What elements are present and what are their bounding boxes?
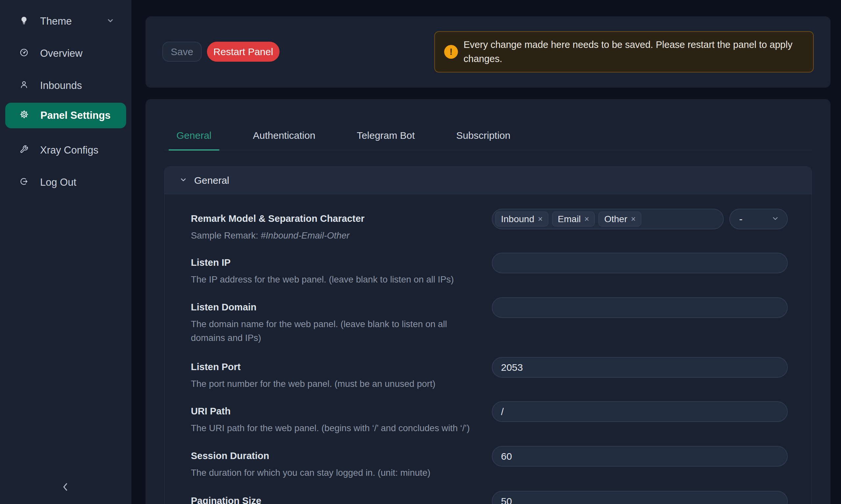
field-description: The IP address for the web panel. (leave… [191,273,482,286]
sidebar-item-label: Overview [40,48,83,59]
field-control [492,297,788,345]
session-duration-input[interactable] [492,446,788,467]
field-label-block: Listen IP The IP address for the web pan… [191,253,492,286]
field-label: Pagination Size [191,496,482,504]
person-icon [20,80,28,92]
uri-path-input[interactable] [492,401,788,422]
pagination-size-input[interactable] [492,491,788,504]
tab-label: Subscription [456,130,511,141]
form-row-listen-ip: Listen IP The IP address for the web pan… [191,253,788,286]
remark-controls: Inbound × Email × Other × [492,209,788,242]
general-collapse-panel: General Remark Model & Separation Charac… [164,166,812,504]
sidebar: Theme Overview Inbounds [0,0,132,504]
field-description: The port number for the web panel. (must… [191,377,482,391]
field-description: The duration for which you can stay logg… [191,466,482,480]
field-label: Listen Domain [191,302,482,313]
warning-alert-text: Every change made here needs to be saved… [464,38,799,66]
tag-email: Email × [552,212,595,227]
tag-label: Email [558,214,581,224]
sidebar-item-label: Inbounds [40,80,82,92]
listen-ip-input[interactable] [492,253,788,273]
sidebar-item-label: Xray Configs [40,144,98,156]
tab-label: Telegram Bot [357,130,415,141]
sample-remark-value: #Inbound-Email-Other [260,230,349,240]
separator-select-value: - [739,213,742,225]
tab-label: Authentication [253,130,315,141]
section-title: General [194,175,229,186]
field-description: Sample Remark: #Inbound-Email-Other [191,229,482,242]
general-collapse-header[interactable]: General [165,167,811,194]
field-label-block: URI Path The URI path for the web panel.… [191,401,492,435]
field-label-block: Listen Port The port number for the web … [191,357,492,391]
listen-port-input[interactable] [492,357,788,378]
sidebar-item-xray-configs[interactable]: Xray Configs [0,141,132,160]
field-control [492,446,788,480]
field-label-block: Session Duration The duration for which … [191,446,492,480]
settings-card: General Authentication Telegram Bot Subs… [145,99,830,504]
form-row-listen-domain: Listen Domain The domain name for the we… [191,297,788,345]
chevron-down-icon [771,213,779,225]
field-label: URI Path [191,406,482,417]
tab-general[interactable]: General [169,121,220,150]
sidebar-item-theme[interactable]: Theme [0,12,132,31]
lightbulb-icon [20,15,28,27]
sidebar-item-inbounds[interactable]: Inbounds [0,76,132,95]
restart-panel-button[interactable]: Restart Panel [207,42,279,62]
sidebar-item-label: Theme [40,15,72,27]
field-label: Session Duration [191,451,482,461]
sidebar-item-overview[interactable]: Overview [0,43,132,63]
listen-domain-input[interactable] [492,297,788,318]
tab-label: General [176,130,211,141]
logout-icon [20,177,28,188]
tag-close-icon[interactable]: × [584,215,589,223]
field-label-block: Remark Model & Separation Character Samp… [191,209,492,242]
chevron-down-icon [106,15,114,27]
form-row-pagination-size: Pagination Size [191,491,788,504]
form-row-remark-model: Remark Model & Separation Character Samp… [191,209,788,242]
field-description: The domain name for the web panel. (leav… [191,317,482,345]
tag-close-icon[interactable]: × [538,215,543,223]
field-label: Remark Model & Separation Character [191,213,482,224]
field-control [492,401,788,435]
settings-tabs: General Authentication Telegram Bot Subs… [164,121,812,150]
chevron-left-icon [60,481,71,494]
toolbar-card: Save Restart Panel ! Every change made h… [145,16,830,88]
save-button[interactable]: Save [162,42,202,62]
field-label: Listen IP [191,257,482,268]
tag-other: Other × [599,212,641,227]
tag-inbound: Inbound × [495,212,548,227]
field-control [492,357,788,391]
gear-icon [20,110,29,121]
sidebar-item-panel-settings[interactable]: Panel Settings [5,103,126,128]
form-row-session-duration: Session Duration The duration for which … [191,446,788,480]
field-label-block: Pagination Size [191,491,492,504]
field-label-block: Listen Domain The domain name for the we… [191,297,492,345]
form-row-uri-path: URI Path The URI path for the web panel.… [191,401,788,435]
field-description: The URI path for the web panel. (begins … [191,421,482,435]
chevron-down-icon [179,176,187,185]
tab-subscription[interactable]: Subscription [448,121,518,150]
tab-authentication[interactable]: Authentication [245,121,323,150]
field-label: Listen Port [191,362,482,373]
sidebar-item-log-out[interactable]: Log Out [0,173,132,192]
sidebar-collapse-button[interactable] [55,476,76,499]
separator-select[interactable]: - [729,209,788,229]
tag-close-icon[interactable]: × [631,215,636,223]
sample-remark-prefix: Sample Remark: [191,230,260,240]
dashboard-icon [20,48,28,59]
tag-label: Other [604,214,627,224]
form-row-listen-port: Listen Port The port number for the web … [191,357,788,391]
warning-icon: ! [444,45,458,59]
field-control [492,491,788,504]
main-content: Save Restart Panel ! Every change made h… [145,0,830,504]
tag-label: Inbound [501,214,534,224]
sidebar-item-label: Panel Settings [40,110,111,121]
remark-model-multiselect[interactable]: Inbound × Email × Other × [492,209,724,229]
sidebar-item-label: Log Out [40,177,76,188]
wrench-icon [20,144,28,156]
field-control [492,253,788,286]
tab-telegram-bot[interactable]: Telegram Bot [349,121,423,150]
warning-alert: ! Every change made here needs to be sav… [434,31,814,73]
active-tab-indicator [169,149,220,150]
